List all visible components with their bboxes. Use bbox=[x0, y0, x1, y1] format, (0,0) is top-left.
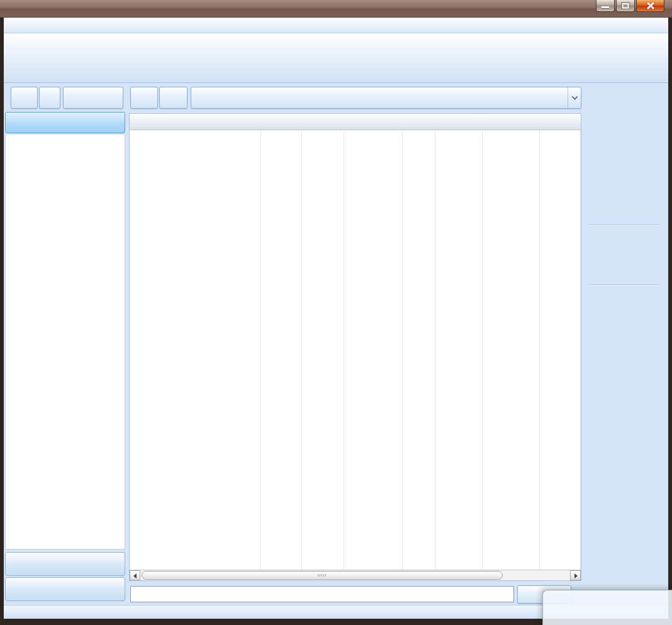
window-controls bbox=[596, 0, 664, 12]
arrow-left-icon bbox=[136, 90, 152, 106]
new-transaction-button[interactable] bbox=[11, 87, 38, 109]
review-button[interactable] bbox=[63, 87, 123, 109]
search-input[interactable] bbox=[130, 586, 514, 602]
heart-icon bbox=[16, 558, 28, 570]
table-header bbox=[130, 114, 581, 130]
minimize-icon bbox=[602, 6, 609, 8]
review-globe-icon bbox=[86, 92, 98, 104]
transactions-table bbox=[129, 113, 581, 581]
horizontal-scrollbar[interactable] bbox=[130, 570, 581, 580]
scroll-left-button[interactable] bbox=[130, 570, 140, 580]
menu-file[interactable] bbox=[18, 23, 39, 27]
actions-panel bbox=[585, 110, 668, 487]
chevron-down-icon[interactable] bbox=[568, 87, 581, 108]
previous-period-button[interactable] bbox=[130, 87, 158, 109]
scrollbar-thumb[interactable] bbox=[142, 571, 503, 580]
arrow-right-icon bbox=[165, 90, 182, 106]
ladybug-icon bbox=[16, 117, 28, 129]
menu-help[interactable] bbox=[82, 23, 103, 27]
title-bar[interactable] bbox=[0, 0, 672, 18]
menu-bar bbox=[4, 18, 668, 33]
minimize-button[interactable] bbox=[596, 0, 615, 12]
doc-delete-icon bbox=[45, 93, 55, 103]
account-details-panel bbox=[5, 135, 125, 550]
calendar-table-icon bbox=[379, 93, 389, 103]
account-tab-visa[interactable] bbox=[5, 577, 125, 601]
close-button[interactable] bbox=[636, 0, 664, 12]
account-summary bbox=[6, 135, 125, 145]
account-tab-master-card[interactable] bbox=[5, 552, 125, 576]
main-toolbar bbox=[4, 33, 668, 83]
scroll-right-button[interactable] bbox=[570, 570, 581, 580]
scrollbar-track[interactable] bbox=[140, 570, 570, 580]
notification-popup[interactable] bbox=[542, 590, 672, 625]
delete-transaction-button[interactable] bbox=[39, 87, 60, 109]
separator bbox=[589, 224, 660, 226]
app-window bbox=[0, 0, 672, 625]
table-filler bbox=[130, 130, 581, 570]
scroll-right-icon bbox=[574, 573, 578, 578]
separator bbox=[589, 284, 660, 285]
scroll-left-icon bbox=[133, 573, 137, 578]
account-tab-cash[interactable] bbox=[5, 112, 125, 133]
next-period-button[interactable] bbox=[159, 87, 188, 109]
info-icon bbox=[549, 597, 573, 621]
plus-icon bbox=[20, 93, 30, 103]
visa-grid-icon bbox=[16, 584, 28, 595]
menu-view[interactable] bbox=[39, 23, 60, 27]
app-icon bbox=[6, 4, 16, 14]
menu-tools[interactable] bbox=[60, 23, 82, 27]
maximize-icon bbox=[622, 3, 629, 9]
period-selector[interactable] bbox=[191, 87, 581, 109]
maximize-button[interactable] bbox=[616, 0, 635, 12]
